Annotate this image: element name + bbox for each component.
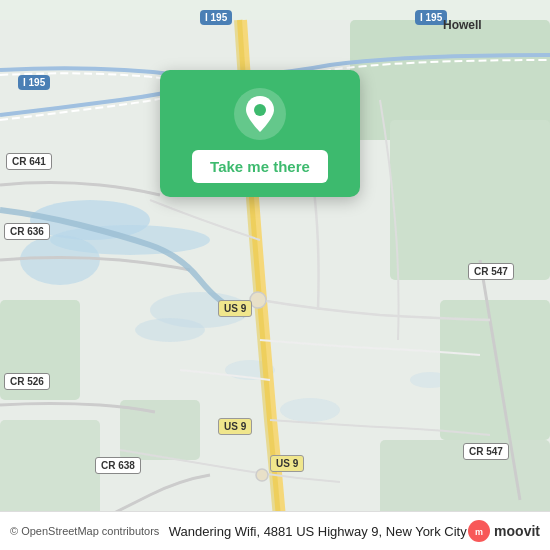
take-me-there-button[interactable]: Take me there [192,150,328,183]
map-container: I 195 I 195 I 195 US 9 US 9 US 9 CR 641 … [0,0,550,550]
moovit-logo: m moovit [468,520,540,542]
location-info: Wandering Wifi, 4881 US Highway 9, New Y… [167,524,468,539]
us9-label-2: US 9 [218,418,252,435]
osm-copyright: © OpenStreetMap contributors [10,525,159,537]
svg-point-17 [256,469,268,481]
location-pin-icon [234,88,286,140]
moovit-label: moovit [494,523,540,539]
svg-rect-10 [390,120,550,280]
cr641-label: CR 641 [6,153,52,170]
cr636-label: CR 636 [4,223,50,240]
svg-point-6 [280,398,340,422]
bottom-bar: © OpenStreetMap contributors Wandering W… [0,511,550,550]
svg-point-16 [250,292,266,308]
us9-label-3: US 9 [270,455,304,472]
cr526-label: CR 526 [4,373,50,390]
svg-point-19 [254,104,266,116]
svg-point-5 [135,318,205,342]
svg-point-3 [20,235,100,285]
howell-label: Howell [443,18,482,32]
cr547-label-2: CR 547 [463,443,509,460]
i195-label-1: I 195 [200,10,232,25]
i195-label-3: I 195 [18,75,50,90]
cr638-label: CR 638 [95,457,141,474]
svg-rect-12 [440,300,550,440]
location-card: Take me there [160,70,360,197]
svg-text:m: m [475,527,483,537]
cr547-label-1: CR 547 [468,263,514,280]
moovit-icon: m [468,520,490,542]
us9-label-1: US 9 [218,300,252,317]
